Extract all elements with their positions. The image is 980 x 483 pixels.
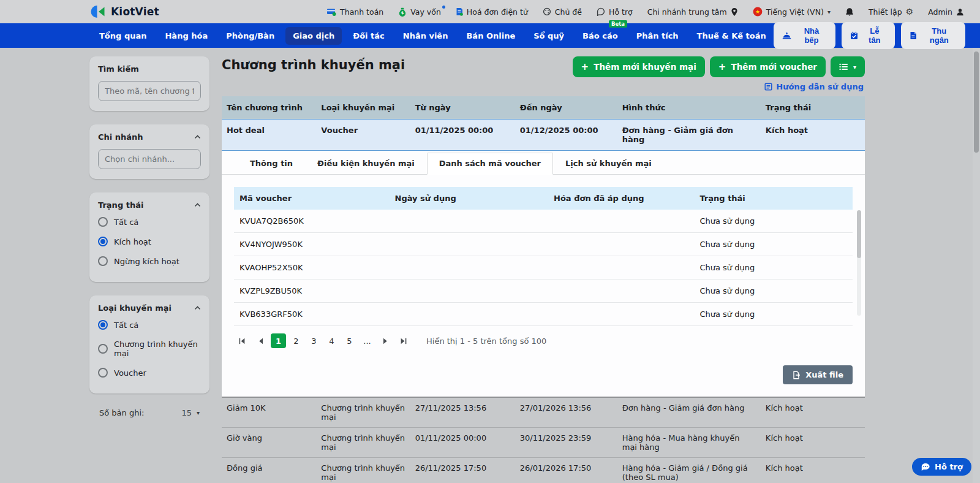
tab-dieu-kien[interactable]: Điều kiện khuyến mại: [305, 153, 427, 174]
support-float-button[interactable]: Hỗ trợ: [912, 458, 971, 476]
voucher-row[interactable]: KVZPL9ZBU50K Chưa sử dụng: [234, 280, 853, 303]
page-number-5[interactable]: 5: [342, 333, 357, 348]
nav-item-phong-ban[interactable]: Phòng/Bàn: [219, 27, 282, 45]
status-option-all[interactable]: Tất cả: [98, 217, 201, 227]
column-header[interactable]: Hình thức: [617, 96, 761, 119]
column-header[interactable]: Tên chương trình: [222, 96, 316, 119]
records-label: Số bản ghi:: [99, 408, 144, 417]
type-option-voucher[interactable]: Voucher: [98, 368, 201, 378]
cell-status: Kích hoạt: [761, 458, 865, 483]
promo-type-card: Loại khuyến mại Tất cả Chương trình khuy…: [89, 295, 209, 394]
cell-form: Đơn hàng - Giảm giá đơn hàng: [617, 120, 761, 150]
topbar-support-link[interactable]: Hỗ trợ Beta: [597, 7, 633, 17]
branch-label: Chi nhánh trung tâm: [647, 7, 727, 17]
page-number-2[interactable]: 2: [288, 333, 304, 348]
column-header[interactable]: Đến ngày: [515, 96, 617, 119]
table-row[interactable]: Giờ vàng Chương trình khuyến mại 01/11/2…: [222, 428, 865, 458]
nav-item-ban-online[interactable]: Bán Online: [459, 27, 522, 45]
search-card-title: Tìm kiếm: [98, 64, 201, 74]
list-view-dropdown-button[interactable]: ▾: [831, 56, 865, 77]
row-detail: Thông tin Điều kiện khuyến mại Danh sách…: [222, 153, 865, 397]
cashier-button[interactable]: Thu ngân: [901, 22, 965, 49]
first-page-button[interactable]: [234, 333, 250, 348]
table-row[interactable]: Giảm 10K Chương trình khuyến mại 27/11/2…: [222, 398, 865, 428]
radio-icon[interactable]: [98, 256, 108, 266]
voucher-row[interactable]: KVB633GRF50K Chưa sử dụng: [234, 303, 853, 326]
last-page-button[interactable]: [396, 333, 412, 348]
page-number-4[interactable]: 4: [324, 333, 339, 348]
language-selector[interactable]: ★ Tiếng Việt (VN) ▾: [753, 7, 831, 17]
chevron-up-icon[interactable]: [194, 135, 201, 139]
radio-icon[interactable]: [98, 344, 108, 354]
nav-item-phan-tich[interactable]: Phân tích: [629, 27, 686, 45]
previous-page-button[interactable]: [252, 333, 268, 348]
topbar-loan-link[interactable]: $ Vay vốn: [398, 7, 441, 17]
nav-item-thue-ke-toan[interactable]: Thuế & Kế toán: [690, 27, 774, 45]
search-card: Tìm kiếm: [89, 56, 209, 111]
voucher-invoice: [548, 280, 694, 302]
user-guide-link[interactable]: Hướng dẫn sử dụng: [764, 82, 864, 91]
cell-name: Giờ vàng: [222, 428, 316, 457]
topbar-payment-link[interactable]: Thanh toán: [326, 7, 383, 17]
branch-select-input[interactable]: [98, 149, 201, 169]
next-page-button[interactable]: [377, 333, 393, 348]
notifications-button[interactable]: [845, 7, 854, 17]
voucher-table-scrollbar[interactable]: [857, 210, 861, 316]
user-menu[interactable]: Admin: [928, 7, 964, 17]
tab-thong-tin[interactable]: Thông tin: [238, 153, 305, 174]
add-voucher-button[interactable]: + Thêm mới voucher: [710, 56, 826, 77]
nav-item-nhan-vien[interactable]: Nhân viên: [396, 27, 456, 45]
radio-checked-icon[interactable]: [98, 320, 108, 330]
column-header[interactable]: Từ ngày: [410, 96, 515, 119]
status-option-active[interactable]: Kích hoạt: [98, 237, 201, 246]
kiotviet-logo[interactable]: KiotViet: [91, 5, 159, 18]
settings-button[interactable]: Thiết lập ⚙: [869, 7, 913, 17]
records-per-page: Số bản ghi: 15 ▾: [89, 407, 209, 417]
page-scrollbar[interactable]: [973, 48, 980, 483]
nav-item-so-quy[interactable]: Sổ quỹ: [526, 27, 571, 45]
nav-item-doi-tac[interactable]: Đối tác: [345, 27, 392, 45]
radio-checked-icon[interactable]: [98, 237, 108, 246]
beta-badge: Beta: [609, 20, 627, 28]
tab-danh-sach-ma-voucher[interactable]: Danh sách mã voucher: [427, 153, 553, 175]
type-option-all[interactable]: Tất cả: [98, 320, 201, 330]
chevron-up-icon[interactable]: [194, 306, 201, 310]
nav-item-bao-cao[interactable]: Báo cáo: [575, 27, 625, 45]
topbar-einvoice-link[interactable]: Hoá đơn điện tử: [456, 7, 528, 17]
voucher-table-header: Mã voucher Ngày sử dụng Hóa đơn đã áp dụ…: [234, 187, 853, 210]
add-promotion-button[interactable]: + Thêm mới khuyến mại: [573, 56, 705, 77]
chevron-up-icon[interactable]: [194, 203, 201, 207]
kitchen-label: Nhà bếp: [796, 26, 827, 45]
type-option-program[interactable]: Chương trình khuyến mại: [98, 340, 201, 358]
cell-name: Giảm 10K: [222, 398, 316, 427]
column-header[interactable]: Loại khuyến mại: [316, 96, 410, 119]
nav-item-tong-quan[interactable]: Tổng quan: [92, 27, 154, 45]
reception-button[interactable]: Lễ tân: [842, 22, 894, 49]
topbar-theme-link[interactable]: Chủ đề: [543, 7, 582, 17]
user-icon: [956, 8, 964, 16]
voucher-row[interactable]: KVUA7Q2B650K Chưa sử dụng: [234, 210, 853, 233]
export-file-button[interactable]: Xuất file: [783, 365, 853, 384]
kitchen-button[interactable]: Nhà bếp: [774, 22, 835, 49]
status-option-inactive[interactable]: Ngừng kích hoạt: [98, 256, 201, 266]
nav-item-giao-dich[interactable]: Giao dịch: [285, 27, 342, 45]
tab-lich-su[interactable]: Lịch sử khuyến mại: [553, 153, 664, 174]
nav-item-hang-hoa[interactable]: Hàng hóa: [157, 27, 215, 45]
radio-icon[interactable]: [98, 368, 108, 378]
table-row-selected[interactable]: Hot deal Voucher 01/11/2025 00:00 01/12/…: [222, 119, 865, 151]
table-row[interactable]: Đồng giá Chương trình khuyến mại 26/11/2…: [222, 458, 865, 483]
quick-buttons: Nhà bếp Lễ tân Thu ngân: [774, 22, 965, 49]
page-number-3[interactable]: 3: [306, 333, 322, 348]
search-input[interactable]: [98, 81, 201, 101]
voucher-row[interactable]: KV4NYOJW950K Chưa sử dụng: [234, 233, 853, 256]
radio-icon[interactable]: [98, 217, 108, 227]
page-ellipsis[interactable]: ...: [360, 333, 375, 348]
branch-selector[interactable]: Chi nhánh trung tâm: [647, 7, 738, 17]
cell-from-date: 01/11/2025 00:00: [410, 120, 515, 150]
page-number-1[interactable]: 1: [271, 333, 286, 348]
voucher-row[interactable]: KVAOHP52X50K Chưa sử dụng: [234, 256, 853, 280]
column-header[interactable]: Trạng thái: [761, 96, 865, 119]
scrollbar-thumb[interactable]: [857, 210, 861, 258]
page-scrollbar-thumb[interactable]: [974, 51, 979, 153]
records-selector[interactable]: 15 ▾: [181, 408, 200, 417]
